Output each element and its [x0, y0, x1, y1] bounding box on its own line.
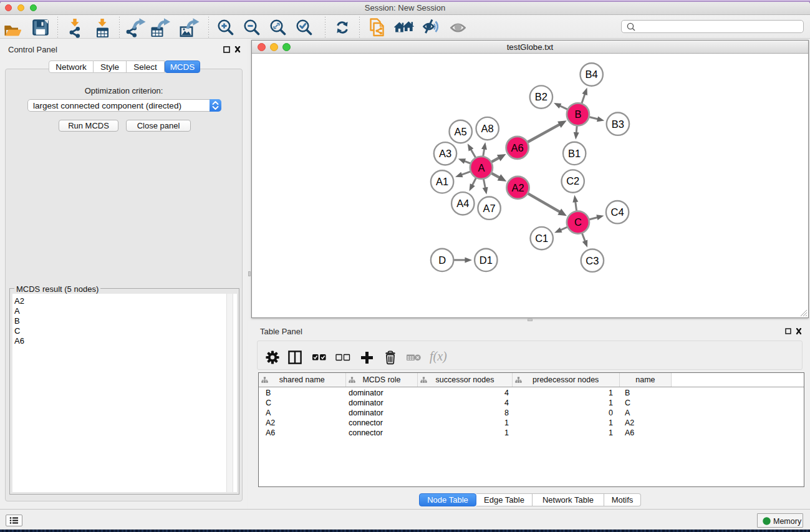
- svg-text:A5: A5: [455, 126, 467, 137]
- svg-text:D1: D1: [480, 254, 493, 266]
- svg-text:A7: A7: [483, 203, 496, 214]
- svg-text:C2: C2: [566, 175, 579, 186]
- svg-text:D: D: [438, 254, 446, 266]
- svg-text:A3: A3: [439, 148, 451, 159]
- svg-text:C1: C1: [535, 233, 548, 244]
- svg-text:A2: A2: [511, 182, 524, 193]
- svg-text:B3: B3: [612, 118, 624, 130]
- svg-text:B4: B4: [586, 69, 598, 80]
- svg-text:A: A: [478, 162, 485, 173]
- svg-text:B: B: [574, 109, 581, 120]
- svg-text:C4: C4: [611, 206, 624, 218]
- svg-text:C3: C3: [586, 255, 599, 266]
- svg-text:C: C: [574, 216, 582, 228]
- svg-text:A8: A8: [481, 123, 494, 134]
- svg-text:A1: A1: [436, 176, 448, 187]
- svg-text:B2: B2: [535, 91, 547, 102]
- svg-text:A6: A6: [511, 142, 524, 153]
- svg-text:B1: B1: [568, 148, 581, 159]
- svg-text:A4: A4: [456, 198, 469, 209]
